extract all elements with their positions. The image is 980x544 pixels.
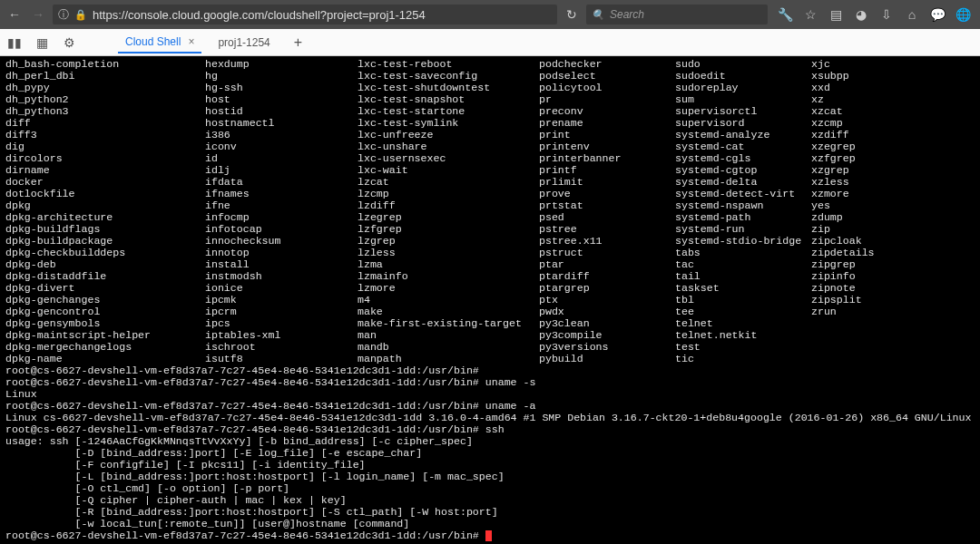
command-entry: pstree.x11 xyxy=(539,235,675,247)
command-entry: dpkg-deb xyxy=(5,258,205,270)
back-button[interactable]: ← xyxy=(5,5,24,24)
command-entry: ipcs xyxy=(205,317,358,329)
command-entry: innotop xyxy=(205,247,358,258)
command-entry: dh_perl_dbi xyxy=(5,70,205,82)
command-entry: lxc-test-saveconfig xyxy=(358,70,539,82)
command-entry: systemd-detect-virt xyxy=(675,188,811,199)
terminal[interactable]: dh_bash-completionhexdumplxc-test-reboot… xyxy=(0,56,980,544)
tab-proj1[interactable]: proj1-1254 xyxy=(211,33,277,53)
command-entry: dirname xyxy=(5,164,205,176)
command-entry: dh_python3 xyxy=(5,105,205,117)
command-entry: systemd-analyze xyxy=(675,129,811,141)
command-list: dh_bash-completionhexdumplxc-test-reboot… xyxy=(5,58,975,364)
command-entry: test xyxy=(675,341,811,353)
command-entry: lxc-test-startone xyxy=(358,105,539,117)
command-entry: tabs xyxy=(675,247,811,258)
command-entry: prename xyxy=(539,117,675,129)
tab-strip: ▮▮ ▦ ⚙ Cloud Shell × proj1-1254 + xyxy=(0,29,980,56)
command-entry: ischroot xyxy=(205,341,358,353)
command-entry: hg-ssh xyxy=(205,82,358,93)
tab-label: Cloud Shell xyxy=(125,35,181,48)
command-entry: xzgrep xyxy=(811,164,895,176)
command-entry: telnet xyxy=(675,317,811,329)
command-entry: dpkg-gensymbols xyxy=(5,317,205,329)
command-entry: isutf8 xyxy=(205,353,358,364)
command-entry: xjc xyxy=(811,58,895,70)
command-entry: systemd-cgtop xyxy=(675,164,811,176)
tab-cloud-shell[interactable]: Cloud Shell × xyxy=(118,32,201,53)
command-entry: install xyxy=(205,258,358,270)
command-entry: xzmore xyxy=(811,188,895,199)
command-entry: zipdetails xyxy=(811,247,895,258)
command-entry: systemd-stdio-bridge xyxy=(675,235,811,247)
command-entry: ptar xyxy=(539,258,675,270)
command-entry: lzcat xyxy=(358,176,539,188)
terminal-line: Linux xyxy=(5,388,975,400)
gear-icon[interactable]: ⚙ xyxy=(60,34,78,52)
command-entry: systemd-run xyxy=(675,223,811,235)
command-entry: idlj xyxy=(205,164,358,176)
command-entry: infotocap xyxy=(205,223,358,235)
command-entry: zip xyxy=(811,223,895,235)
command-entry: xzfgrep xyxy=(811,152,895,164)
command-entry: lxc-test-shutdowntest xyxy=(358,82,539,93)
grid-icon[interactable]: ▦ xyxy=(33,34,51,52)
command-entry: dpkg-architecture xyxy=(5,211,205,223)
prompt-line[interactable]: root@cs-6627-devshell-vm-ef8d37a7-7c27-4… xyxy=(5,529,975,541)
command-entry: dpkg-divert xyxy=(5,282,205,294)
pocket-icon[interactable]: ◕ xyxy=(849,5,873,24)
command-entry: zipinfo xyxy=(811,270,895,282)
command-entry xyxy=(811,317,895,329)
command-entry: hostnamectl xyxy=(205,117,358,129)
command-entry: lxc-test-symlink xyxy=(358,117,539,129)
terminal-line: [-R [bind_address:]port:host:hostport] [… xyxy=(5,506,975,518)
command-entry: py3clean xyxy=(539,317,675,329)
cursor xyxy=(485,530,492,541)
command-entry: ipcmk xyxy=(205,294,358,306)
command-entry: tbl xyxy=(675,294,811,306)
command-entry xyxy=(811,341,895,353)
command-entry: diff xyxy=(5,117,205,129)
command-entry: pstree xyxy=(539,223,675,235)
command-entry: instmodsh xyxy=(205,270,358,282)
url-bar[interactable]: ⓘ 🔒 https://console.cloud.google.com/clo… xyxy=(53,5,557,24)
command-entry: diff3 xyxy=(5,129,205,141)
downloads-icon[interactable]: ⇩ xyxy=(875,5,898,24)
globe-icon[interactable]: 🌐 xyxy=(951,5,975,24)
search-placeholder: Search xyxy=(610,8,644,21)
command-entry: tail xyxy=(675,270,811,282)
home-icon[interactable]: ⌂ xyxy=(900,5,924,24)
command-entry: sudoedit xyxy=(675,70,811,82)
chat-icon[interactable]: 💬 xyxy=(926,5,949,24)
command-entry: ifne xyxy=(205,199,358,211)
command-entry: ptardiff xyxy=(539,270,675,282)
terminal-icon[interactable]: ▮▮ xyxy=(5,34,24,52)
library-icon[interactable]: ▤ xyxy=(824,5,848,24)
command-entry: mandb xyxy=(358,341,539,353)
command-entry: xzcat xyxy=(811,105,895,117)
info-icon: ⓘ xyxy=(58,7,69,23)
bookmark-icon[interactable]: ☆ xyxy=(799,5,822,24)
command-entry: pr xyxy=(539,93,675,105)
close-icon[interactable]: × xyxy=(188,35,194,48)
command-entry: dig xyxy=(5,141,205,152)
command-entry: dpkg-gencontrol xyxy=(5,306,205,317)
command-entry: hexdump xyxy=(205,58,358,70)
command-entry: lzcmp xyxy=(358,188,539,199)
command-entry: ifdata xyxy=(205,176,358,188)
command-entry: lxc-usernsexec xyxy=(358,152,539,164)
command-entry: xzcmp xyxy=(811,117,895,129)
command-entry: dpkg-checkbuilddeps xyxy=(5,247,205,258)
command-entry: hg xyxy=(205,70,358,82)
command-entry: id xyxy=(205,152,358,164)
wrench-icon[interactable]: 🔧 xyxy=(773,5,797,24)
command-entry: zrun xyxy=(811,306,895,317)
add-tab-button[interactable]: + xyxy=(287,34,309,51)
terminal-line: [-Q cipher | cipher-auth | mac | kex | k… xyxy=(5,494,975,506)
command-entry: make-first-existing-target xyxy=(358,317,539,329)
reload-button[interactable]: ↻ xyxy=(563,5,581,24)
command-entry: yes xyxy=(811,199,895,211)
command-entry: ifnames xyxy=(205,188,358,199)
command-entry: print xyxy=(539,129,675,141)
search-bar[interactable]: 🔍 Search xyxy=(586,5,768,24)
